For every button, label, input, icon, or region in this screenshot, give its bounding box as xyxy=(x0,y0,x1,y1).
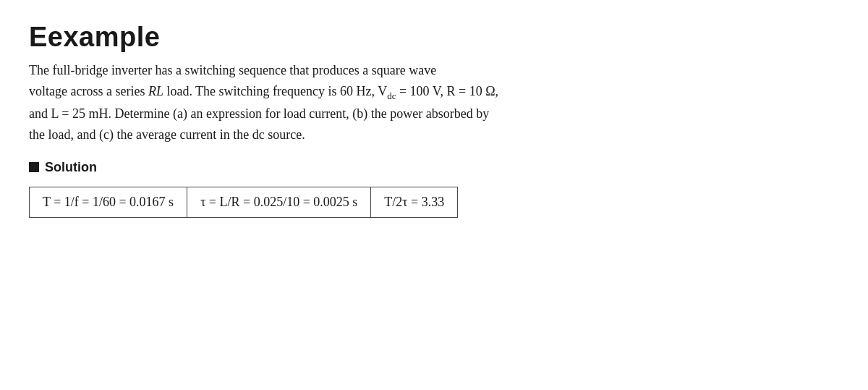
equation-box-2: τ = L/R = 0.025/10 = 0.0025 s xyxy=(187,187,371,218)
eq3-text: T/2τ = 3.33 xyxy=(384,195,444,210)
desc-line4: the load, and (c) the average current in… xyxy=(29,127,305,142)
description-block: The full-bridge inverter has a switching… xyxy=(29,60,825,145)
equation-box-1: T = 1/f = 1/60 = 0.0167 s xyxy=(29,187,187,218)
eq1-text: T = 1/f = 1/60 = 0.0167 s xyxy=(43,195,174,210)
desc-line2-pre: voltage across a series xyxy=(29,84,148,98)
solution-square-icon xyxy=(29,162,39,172)
desc-line1: The full-bridge inverter has a switching… xyxy=(29,63,436,77)
desc-line2-mid: load. The switching frequency is 60 Hz, … xyxy=(163,84,387,98)
desc-line3: and L = 25 mH. Determine (a) an expressi… xyxy=(29,106,489,121)
equation-box-3: T/2τ = 3.33 xyxy=(371,187,458,218)
desc-rl-italic: RL xyxy=(148,84,163,98)
desc-line2-eq: = 100 V, R = 10 Ω, xyxy=(396,84,498,98)
desc-sub-dc: dc xyxy=(387,90,396,101)
solution-label: Solution xyxy=(45,160,97,175)
solution-header: Solution xyxy=(29,160,839,175)
eq2-text: τ = L/R = 0.025/10 = 0.0025 s xyxy=(200,195,357,210)
page-title: Eexample xyxy=(29,22,839,53)
equations-row: T = 1/f = 1/60 = 0.0167 s τ = L/R = 0.02… xyxy=(29,187,839,218)
